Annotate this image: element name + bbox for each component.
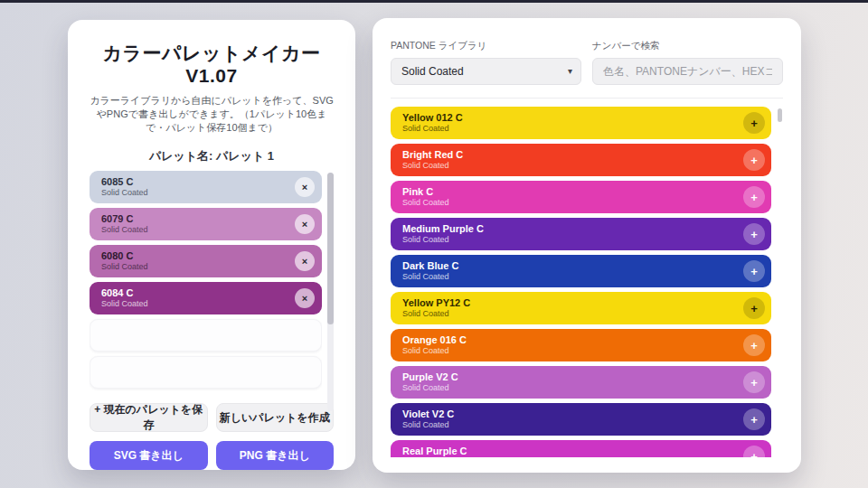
library-color-row: Bright Red C Solid Coated + xyxy=(391,144,771,176)
library-color-info: Orange 016 C Solid Coated xyxy=(402,334,743,356)
add-color-button[interactable]: + xyxy=(743,446,765,457)
palette-slot-type: Solid Coated xyxy=(101,299,295,309)
export-svg-button[interactable]: SVG 書き出し xyxy=(90,441,208,470)
library-color-type: Solid Coated xyxy=(402,309,743,319)
search-input[interactable] xyxy=(592,58,783,85)
library-color-row: Dark Blue C Solid Coated + xyxy=(391,255,771,287)
plus-icon: + xyxy=(750,265,758,278)
add-color-button[interactable]: + xyxy=(743,112,765,134)
plus-icon: + xyxy=(750,117,758,130)
library-color-type: Solid Coated xyxy=(402,346,743,356)
library-color-type: Solid Coated xyxy=(402,124,743,134)
remove-color-button[interactable]: × xyxy=(295,251,315,271)
palette-slot-area: 6085 C Solid Coated × 6079 C Solid Coate… xyxy=(90,171,334,395)
library-color-info: Yellow PY12 C Solid Coated xyxy=(402,297,743,319)
palette-name-label: パレット名: パレット 1 xyxy=(90,148,334,164)
palette-slot-name: 6080 C xyxy=(101,250,295,262)
palette-slot-type: Solid Coated xyxy=(101,188,295,198)
library-color-info: Real Purple C Solid Coated xyxy=(402,446,743,457)
library-select-label: PANTONE ライブラリ xyxy=(391,40,581,52)
library-color-info: Yellow 012 C Solid Coated xyxy=(402,112,743,134)
library-color-type: Solid Coated xyxy=(402,235,743,245)
palette-slot-name: 6084 C xyxy=(101,287,295,299)
plus-icon: + xyxy=(750,376,758,389)
plus-icon: + xyxy=(750,413,758,427)
library-color-info: Violet V2 C Solid Coated xyxy=(402,408,743,430)
library-color-name: Pink C xyxy=(402,186,743,198)
palette-slot: 6079 C Solid Coated × xyxy=(90,208,322,240)
add-color-button[interactable]: + xyxy=(743,371,765,393)
plus-icon: + xyxy=(750,450,758,458)
close-icon: × xyxy=(302,293,307,304)
remove-color-button[interactable]: × xyxy=(295,288,315,308)
library-card: PANTONE ライブラリ Solid Coated ▾ ナンバーで検索 Yel… xyxy=(373,18,801,473)
library-color-info: Dark Blue C Solid Coated xyxy=(402,260,743,282)
palette-slot-info: 6085 C Solid Coated xyxy=(101,176,295,198)
new-palette-button[interactable]: 新しいパレットを作成 xyxy=(216,403,335,432)
library-color-row: Yellow 012 C Solid Coated + xyxy=(391,107,771,139)
palette-editor-card: カラーパレットメイカー V1.07 カラーライブラリから自由にパレットを作って、… xyxy=(68,20,355,470)
library-select-field: PANTONE ライブラリ Solid Coated ▾ xyxy=(391,40,581,85)
add-color-button[interactable]: + xyxy=(743,334,765,356)
close-icon: × xyxy=(302,256,307,267)
remove-color-button[interactable]: × xyxy=(295,177,315,197)
library-search-field: ナンバーで検索 xyxy=(592,40,783,85)
library-color-row: Yellow PY12 C Solid Coated + xyxy=(391,292,771,324)
app-description: カラーライブラリから自由にパレットを作って、SVGやPNGで書き出しができます。… xyxy=(90,94,334,135)
library-selected-option: Solid Coated xyxy=(401,65,464,78)
add-color-button[interactable]: + xyxy=(743,149,765,171)
add-color-button[interactable]: + xyxy=(743,260,765,282)
palette-scrollbar-thumb[interactable] xyxy=(327,173,334,324)
palette-slot-name: 6085 C xyxy=(101,176,295,188)
library-color-row: Purple V2 C Solid Coated + xyxy=(391,366,771,399)
library-color-name: Yellow PY12 C xyxy=(402,297,743,309)
remove-color-button[interactable]: × xyxy=(295,214,315,234)
close-icon: × xyxy=(302,219,307,230)
library-color-name: Real Purple C xyxy=(402,446,743,457)
library-color-type: Solid Coated xyxy=(402,198,743,208)
palette-scrollbar-track[interactable] xyxy=(327,173,334,411)
library-list-area: Yellow 012 C Solid Coated + Bright Red C… xyxy=(391,107,783,457)
library-color-type: Solid Coated xyxy=(402,161,743,171)
library-color-row: Pink C Solid Coated + xyxy=(391,181,771,213)
library-color-name: Orange 016 C xyxy=(402,334,743,346)
palette-slot-type: Solid Coated xyxy=(101,225,295,235)
library-select[interactable]: Solid Coated ▾ xyxy=(391,58,581,85)
add-color-button[interactable]: + xyxy=(743,186,765,208)
palette-slot: 6080 C Solid Coated × xyxy=(90,245,322,277)
library-scrollbar-thumb[interactable] xyxy=(778,108,782,122)
palette-slot-type: Solid Coated xyxy=(101,262,295,272)
palette-slot: 6084 C Solid Coated × xyxy=(90,282,322,314)
library-color-info: Medium Purple C Solid Coated xyxy=(402,223,743,245)
save-palette-button[interactable]: + 現在のパレットを保存 xyxy=(90,403,208,432)
chevron-down-icon: ▾ xyxy=(568,66,572,76)
plus-icon: + xyxy=(750,154,758,167)
library-color-row: Real Purple C Solid Coated + xyxy=(391,440,771,457)
add-color-button[interactable]: + xyxy=(743,297,765,319)
plus-icon: + xyxy=(750,302,758,315)
close-icon: × xyxy=(302,182,307,192)
library-color-row: Orange 016 C Solid Coated + xyxy=(391,329,771,361)
export-png-button[interactable]: PNG 書き出し xyxy=(216,441,335,470)
library-color-info: Purple V2 C Solid Coated xyxy=(402,371,743,393)
library-color-name: Purple V2 C xyxy=(402,371,743,383)
library-header: PANTONE ライブラリ Solid Coated ▾ ナンバーで検索 xyxy=(391,40,783,85)
library-color-name: Dark Blue C xyxy=(402,260,743,272)
palette-slot-info: 6084 C Solid Coated xyxy=(101,287,295,309)
export-actions-row: SVG 書き出し PNG 書き出し xyxy=(90,441,334,470)
palette-slot: 6085 C Solid Coated × xyxy=(90,171,322,203)
palette-slot-empty xyxy=(90,319,322,352)
library-color-name: Violet V2 C xyxy=(402,408,743,420)
palette-slot-list: 6085 C Solid Coated × 6079 C Solid Coate… xyxy=(90,171,322,395)
add-color-button[interactable]: + xyxy=(743,408,765,430)
page-title: カラーパレットメイカー V1.07 xyxy=(90,42,334,87)
library-color-list: Yellow 012 C Solid Coated + Bright Red C… xyxy=(391,107,771,457)
palette-slot-empty xyxy=(90,356,322,389)
library-color-row: Violet V2 C Solid Coated + xyxy=(391,403,771,436)
library-color-row: Medium Purple C Solid Coated + xyxy=(391,218,771,250)
library-color-info: Bright Red C Solid Coated xyxy=(402,149,743,171)
add-color-button[interactable]: + xyxy=(743,223,765,245)
palette-slot-info: 6080 C Solid Coated xyxy=(101,250,295,272)
library-color-name: Yellow 012 C xyxy=(402,112,743,124)
library-color-info: Pink C Solid Coated xyxy=(402,186,743,208)
